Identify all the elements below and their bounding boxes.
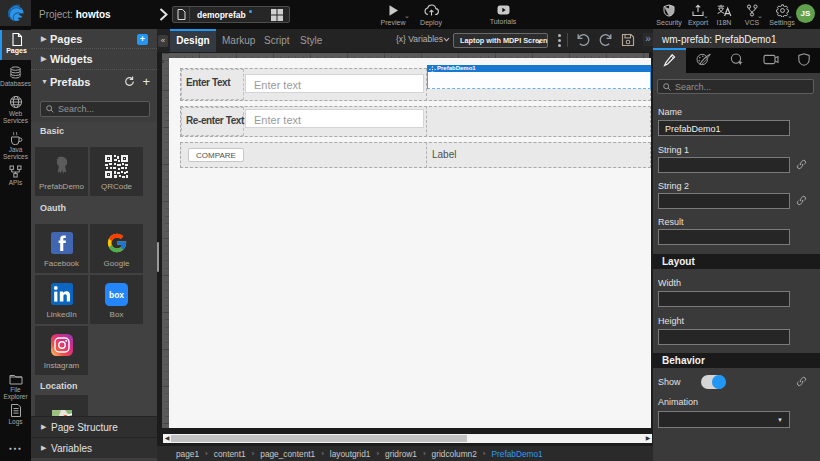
svg-text:box: box: [109, 289, 124, 299]
